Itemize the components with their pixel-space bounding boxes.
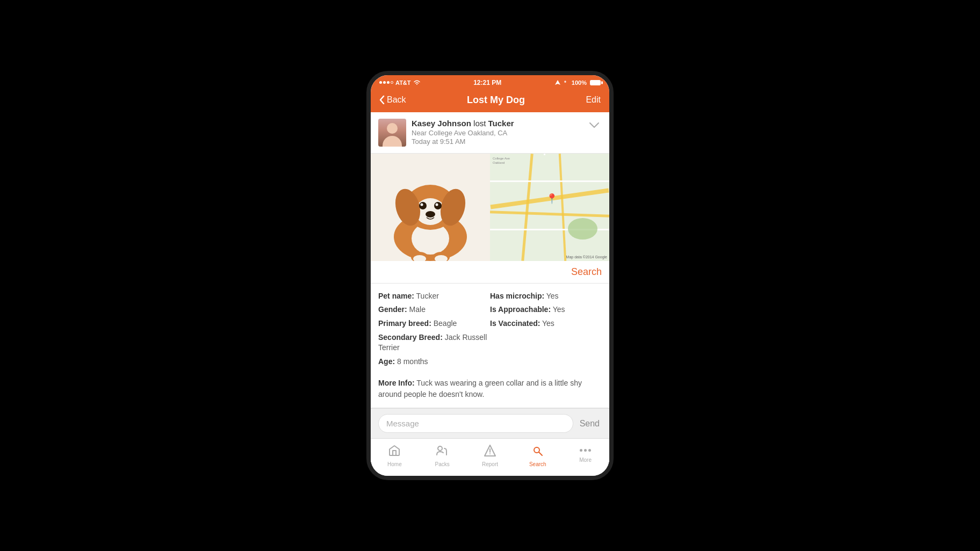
map-road-h2 [490, 211, 609, 218]
three-dots-indicator [580, 444, 591, 456]
map-photo[interactable]: College AveOakland 📍 Map data ©2014 Goog… [490, 154, 609, 261]
status-left: AT&T [379, 79, 421, 86]
dot-1 [580, 449, 582, 452]
status-right: * 100% [554, 79, 601, 86]
battery-label: 100% [572, 79, 587, 86]
dot-3 [588, 449, 591, 452]
battery-indicator [590, 80, 601, 85]
bluetooth-icon: * [563, 79, 570, 86]
svg-point-19 [489, 453, 491, 454]
details-left: Pet name: Tucker Gender: Male Primary br… [378, 291, 490, 371]
map-background: College AveOakland 📍 Map data ©2014 Goog… [490, 154, 609, 261]
post-petname: Tucker [488, 119, 514, 128]
detail-microchip-value: Yes [546, 292, 559, 300]
map-copyright: Map data ©2014 Google [566, 255, 607, 259]
dog-image [371, 154, 489, 261]
battery-fill [590, 81, 600, 85]
carrier-label: AT&T [395, 79, 411, 86]
signal-dot-2 [383, 81, 386, 84]
detail-gender: Gender: Male [378, 305, 490, 315]
dot-2 [584, 449, 587, 452]
back-chevron-icon [379, 96, 385, 104]
detail-approachable: Is Approachable: Yes [490, 305, 602, 315]
signal-dots [379, 81, 393, 84]
wifi-icon [413, 79, 421, 86]
detail-approachable-label: Is Approachable: [490, 305, 551, 314]
tab-search[interactable]: Search [514, 442, 561, 469]
report-icon [484, 444, 496, 460]
search-button-area: Search [371, 261, 609, 284]
svg-point-11 [436, 203, 438, 206]
dog-photo[interactable] [371, 154, 490, 261]
signal-dot-1 [379, 81, 382, 84]
detail-microchip-label: Has microchip: [490, 292, 544, 300]
message-input[interactable] [378, 414, 573, 433]
map-road-v1 [521, 154, 533, 261]
svg-point-12 [426, 211, 435, 218]
post-location: Near College Ave Oakland, CA [412, 129, 587, 137]
tab-packs[interactable]: Packs [419, 442, 466, 469]
detail-primary-breed: Primary breed: Beagle [378, 318, 490, 329]
post-header: Kasey Johnson lost Tucker Near College A… [371, 112, 609, 154]
detail-pet-name: Pet name: Tucker [378, 291, 490, 302]
detail-secondary-breed-label: Secondary Breed: [378, 333, 443, 342]
post-collapse-button[interactable] [587, 119, 602, 133]
nav-bar: Back Lost My Dog Edit [371, 90, 609, 112]
pet-details: Pet name: Tucker Gender: Male Primary br… [371, 284, 609, 378]
svg-point-10 [421, 203, 423, 206]
svg-point-9 [434, 202, 442, 209]
more-info-label: More Info: [378, 379, 415, 387]
post-username: Kasey Johnson [412, 119, 471, 128]
map-street-labels: College AveOakland [493, 156, 510, 165]
send-button[interactable]: Send [578, 419, 602, 429]
post-info: Kasey Johnson lost Tucker Near College A… [412, 119, 587, 146]
tab-home[interactable]: Home [371, 442, 419, 469]
more-icon [580, 444, 591, 456]
map-park [568, 218, 597, 240]
detail-vaccinated-value: Yes [542, 319, 554, 328]
signal-dot-4 [391, 81, 393, 84]
message-bar: Send [371, 408, 609, 438]
detail-pet-name-label: Pet name: [378, 292, 414, 300]
tab-packs-label: Packs [435, 461, 450, 467]
tab-report-label: Report [482, 461, 498, 467]
status-time: 12:21 PM [473, 79, 501, 86]
detail-pet-name-value: Tucker [416, 292, 439, 300]
post-action: lost [473, 119, 488, 128]
detail-age: Age: 8 months [378, 357, 490, 367]
edit-button[interactable]: Edit [586, 95, 601, 105]
home-icon [388, 444, 401, 460]
map-pin: 📍 [546, 193, 558, 205]
detail-primary-breed-value: Beagle [434, 319, 457, 328]
location-icon [554, 79, 561, 86]
svg-point-8 [419, 202, 427, 209]
signal-dot-3 [387, 81, 390, 84]
detail-gender-value: Male [409, 305, 426, 314]
avatar-image [378, 119, 406, 147]
svg-line-21 [539, 452, 542, 455]
map-road-white-h1 [490, 180, 609, 182]
map-road-white-v1 [544, 154, 545, 155]
detail-secondary-breed: Secondary Breed: Jack Russell Terrier [378, 332, 490, 353]
details-right: Has microchip: Yes Is Approachable: Yes … [490, 291, 602, 371]
detail-primary-breed-label: Primary breed: [378, 319, 431, 328]
back-button[interactable]: Back [379, 95, 406, 105]
detail-vaccinated: Is Vaccinated: Yes [490, 318, 602, 329]
post-title: Kasey Johnson lost Tucker [412, 119, 587, 128]
phone-frame: AT&T 12:21 PM * 100% Back Lost My Dog Ed… [366, 71, 614, 481]
tab-report[interactable]: Report [466, 442, 514, 469]
back-label: Back [387, 95, 406, 105]
detail-age-label: Age: [378, 357, 395, 366]
tab-search-label: Search [529, 461, 546, 467]
tab-more[interactable]: More [561, 442, 609, 469]
search-button[interactable]: Search [571, 266, 602, 278]
status-bar: AT&T 12:21 PM * 100% [371, 75, 609, 90]
content-area: Kasey Johnson lost Tucker Near College A… [371, 112, 609, 476]
packs-icon [436, 444, 449, 460]
svg-point-17 [438, 446, 442, 451]
detail-age-value: 8 months [397, 357, 428, 366]
svg-text:*: * [564, 80, 566, 86]
tab-home-label: Home [387, 461, 402, 467]
more-info: More Info: Tuck was wearing a green coll… [371, 378, 609, 408]
chevron-down-icon [589, 122, 600, 128]
